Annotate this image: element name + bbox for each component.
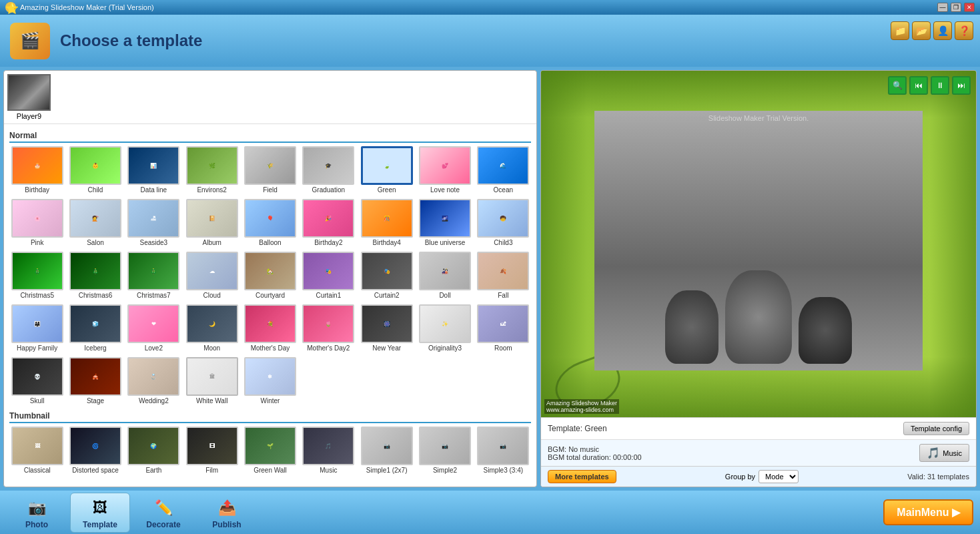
template-item-cloud[interactable]: ☁ Cloud <box>184 250 239 300</box>
main-container: 🎬 Choose a template 📁 📂 👤 ❓ Player9 <box>0 15 980 534</box>
template-item-greenwall[interactable]: 🌱 Green Wall <box>242 425 298 475</box>
main-menu-button[interactable]: MainMenu ▶ <box>883 499 973 525</box>
template-item-lovenote[interactable]: 💕 Love note <box>417 145 472 195</box>
template-item-whitewall[interactable]: 🏛 White Wall <box>184 356 239 406</box>
window-controls: — ❐ ✕ <box>937 3 975 12</box>
template-item-winter[interactable]: ❄ Winter <box>242 356 298 406</box>
template-item-child[interactable]: 👶 Child <box>67 145 123 195</box>
template-item-christmas6[interactable]: 🎄 Christmas6 <box>67 250 123 300</box>
preview-area: Slideshow Maker Trial Version. 🔍 ⏮ ⏸ <box>541 71 976 417</box>
pause-button[interactable]: ⏸ <box>931 76 949 95</box>
player-thumb-image <box>9 75 49 109</box>
template-item-film[interactable]: 🎞 Film <box>184 425 239 475</box>
template-item-stage[interactable]: 🎪 Stage <box>67 356 123 406</box>
template-item-room[interactable]: 🛋 Room <box>476 303 531 353</box>
template-item-seaside3[interactable]: 🏖 Seaside3 <box>126 198 181 248</box>
preview-controls: 🔍 ⏮ ⏸ ⏭ <box>888 76 971 95</box>
brand-label: Amazing Slideshow Makerwww.amazing-slide… <box>544 399 619 414</box>
template-item-simple1[interactable]: 📷 Simple1 (2x7) <box>359 425 414 475</box>
template-item-courtyard[interactable]: 🏡 Courtyard <box>242 250 298 300</box>
zoom-button[interactable]: 🔍 <box>888 76 907 95</box>
normal-section-header: Normal <box>9 131 531 143</box>
template-item-fall[interactable]: 🍂 Fall <box>476 250 531 300</box>
title-bar: ⭐ Amazing Slideshow Maker (Trial Version… <box>0 0 980 15</box>
template-item-birthday[interactable]: 🎂 Birthday <box>9 145 65 195</box>
template-item-mothersday2[interactable]: 🌷 Mother's Day2 <box>301 303 356 353</box>
template-name-label: Template: Green <box>548 424 607 433</box>
template-item-distortedspace[interactable]: 🌀 Distorted space <box>67 425 123 475</box>
template-item-birthday2[interactable]: 🎉 Birthday2 <box>301 198 356 248</box>
template-item-dataline[interactable]: 📊 Data line <box>126 145 181 195</box>
help-icon-button[interactable]: ❓ <box>955 21 973 40</box>
close-button[interactable]: ✕ <box>964 3 975 12</box>
player-label: Player9 <box>17 112 41 120</box>
template-item-blueuniverse[interactable]: 🌌 Blue universe <box>417 198 472 248</box>
template-item-doll[interactable]: 🎎 Doll <box>417 250 472 300</box>
bottom-tabs: 📷 Photo 🖼 Template ✏️ Decorate 📤 Publish… <box>0 491 980 534</box>
tab-photo[interactable]: 📷 Photo <box>7 493 67 532</box>
header-area: 🎬 Choose a template 📁 📂 👤 ❓ <box>0 15 980 67</box>
template-item-wedding2[interactable]: 💍 Wedding2 <box>126 356 181 406</box>
template-item-christmas7[interactable]: 🎄 Christmas7 <box>126 250 181 300</box>
template-item-iceberg[interactable]: 🧊 Iceberg <box>67 303 123 353</box>
template-item-field[interactable]: 🌾 Field <box>242 145 298 195</box>
template-item-moon[interactable]: 🌙 Moon <box>184 303 239 353</box>
template-item-salon[interactable]: 💇 Salon <box>67 198 123 248</box>
tab-template[interactable]: 🖼 Template <box>70 493 130 533</box>
bottom-controls-bar: More templates Group by Mode Valid: 31 t… <box>541 466 976 487</box>
template-item-simple2[interactable]: 📷 Simple2 <box>417 425 472 475</box>
window-title: Amazing Slideshow Maker (Trial Version) <box>20 3 933 11</box>
template-item-originality3[interactable]: ✨ Originality3 <box>417 303 472 353</box>
preview-info-bar: Template: Green Template config <box>541 417 976 439</box>
template-item-green[interactable]: 🍃 Green <box>359 145 414 195</box>
restore-button[interactable]: ❐ <box>951 3 961 12</box>
template-item-child3[interactable]: 🧒 Child3 <box>476 198 531 248</box>
template-item-music[interactable]: 🎵 Music <box>301 425 356 475</box>
valid-templates-count: Valid: 31 templates <box>907 473 969 481</box>
fast-forward-button[interactable]: ⏭ <box>952 76 971 95</box>
user-icon-button[interactable]: 👤 <box>933 21 952 40</box>
rewind-button[interactable]: ⏮ <box>909 76 928 95</box>
template-item-newyear[interactable]: 🎆 New Year <box>359 303 414 353</box>
template-item-environs2[interactable]: 🌿 Environs2 <box>184 145 239 195</box>
music-icon: 🎵 <box>927 447 940 459</box>
publish-icon: 📤 <box>215 496 239 520</box>
tab-publish[interactable]: 📤 Publish <box>197 493 257 532</box>
right-panel: Slideshow Maker Trial Version. 🔍 ⏮ ⏸ <box>540 70 977 487</box>
template-item-graduation[interactable]: 🎓 Graduation <box>301 145 356 195</box>
content-area: Player9 Normal 🎂 Birthday 👶 Child <box>0 67 980 491</box>
decorate-icon: ✏️ <box>151 496 175 520</box>
watermark-text: Slideshow Maker Trial Version. <box>708 114 809 122</box>
template-scroll-area[interactable]: Normal 🎂 Birthday 👶 Child 📊 Data line <box>4 124 536 487</box>
template-item-birthday4[interactable]: 🎊 Birthday4 <box>359 198 414 248</box>
folder-icon-button[interactable]: 📁 <box>891 21 909 40</box>
preview-photo: Slideshow Maker Trial Version. <box>594 111 923 370</box>
template-item-happyfamily[interactable]: 👨‍👩‍👧 Happy Family <box>9 303 65 353</box>
header-icons: 📁 📂 👤 ❓ <box>891 21 973 40</box>
template-config-button[interactable]: Template config <box>903 422 969 435</box>
template-item-curtain1[interactable]: 🎭 Curtain1 <box>301 250 356 300</box>
player-thumbnail[interactable] <box>7 74 51 111</box>
folder-open-icon-button[interactable]: 📂 <box>912 21 931 40</box>
bgm-section: BGM: No music BGM total duration: 00:00:… <box>541 439 976 466</box>
groupby-select[interactable]: Mode <box>759 470 799 483</box>
minimize-button[interactable]: — <box>937 3 948 12</box>
template-item-simple3[interactable]: 📷 Simple3 (3:4) <box>476 425 531 475</box>
template-item-curtain2[interactable]: 🎭 Curtain2 <box>359 250 414 300</box>
template-item-earth[interactable]: 🌍 Earth <box>126 425 181 475</box>
template-item-love2[interactable]: ❤ Love2 <box>126 303 181 353</box>
music-button[interactable]: 🎵 Music <box>919 444 969 462</box>
template-item-ocean[interactable]: 🌊 Ocean <box>476 145 531 195</box>
template-item-christmas5[interactable]: 🎄 Christmas5 <box>9 250 65 300</box>
tab-decorate[interactable]: ✏️ Decorate <box>133 493 193 532</box>
template-item-skull[interactable]: 💀 Skull <box>9 356 65 406</box>
more-templates-button[interactable]: More templates <box>548 470 616 483</box>
template-item-mothersday[interactable]: 💐 Mother's Day <box>242 303 298 353</box>
template-item-pink[interactable]: 🌸 Pink <box>9 198 65 248</box>
bgm-label: BGM: No music <box>548 445 642 453</box>
bgm-info: BGM: No music BGM total duration: 00:00:… <box>548 445 642 461</box>
template-item-album[interactable]: 📔 Album <box>184 198 239 248</box>
template-item-balloon[interactable]: 🎈 Balloon <box>242 198 298 248</box>
left-panel: Player9 Normal 🎂 Birthday 👶 Child <box>3 70 537 487</box>
template-item-classical[interactable]: 🖼 Classical <box>9 425 65 475</box>
